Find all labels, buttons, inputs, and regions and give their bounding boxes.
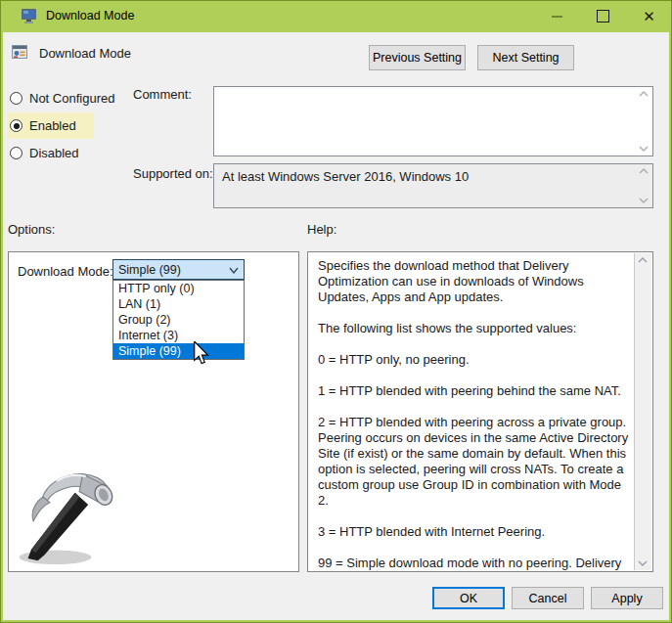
dropdown-item-lan[interactable]: LAN (1)	[113, 296, 244, 312]
supported-scrollbar[interactable]	[636, 164, 652, 207]
radio-disabled[interactable]: Disabled	[10, 146, 79, 160]
help-panel: Specifies the download method that Deliv…	[307, 251, 653, 572]
dropdown-item-http-only[interactable]: HTTP only (0)	[113, 281, 244, 296]
dropdown-item-internet[interactable]: Internet (3)	[113, 328, 244, 343]
scroll-up-icon[interactable]	[639, 168, 649, 174]
download-mode-dropdown-list: HTTP only (0) LAN (1) Group (2) Internet…	[112, 280, 245, 360]
next-setting-button[interactable]: Next Setting	[477, 45, 574, 70]
help-text: Specifies the download method that Deliv…	[309, 253, 635, 570]
setting-title: Download Mode	[39, 46, 131, 61]
radio-label: Enabled	[29, 118, 76, 133]
help-scrollbar[interactable]	[634, 253, 651, 570]
title-bar: Download Mode ✕	[0, 0, 672, 32]
dropdown-item-simple[interactable]: Simple (99)	[113, 343, 244, 359]
scroll-down-icon[interactable]	[638, 560, 648, 566]
policy-setting-icon	[11, 43, 28, 61]
hammer-watermark-image	[14, 458, 123, 569]
radio-circle-icon	[10, 147, 22, 159]
help-section-label: Help:	[307, 222, 336, 237]
radio-circle-selected-icon	[10, 119, 22, 132]
group-policy-monitor-icon	[21, 8, 37, 24]
help-paragraph: 2 = HTTP blended with peering across a p…	[318, 415, 631, 509]
scroll-down-icon[interactable]	[639, 198, 649, 203]
close-icon: ✕	[643, 8, 655, 25]
help-paragraph: 0 = HTTP only, no peering.	[318, 352, 631, 368]
apply-button[interactable]: Apply	[591, 587, 663, 609]
maximize-button[interactable]	[580, 0, 626, 32]
help-paragraph: Specifies the download method that Deliv…	[318, 258, 631, 305]
help-paragraph: 1 = HTTP blended with peering behind the…	[318, 383, 631, 399]
options-section-label: Options:	[8, 222, 55, 237]
supported-on-value: At least Windows Server 2016, Windows 10	[222, 169, 469, 184]
comment-textarea[interactable]	[213, 86, 653, 156]
comment-label: Comment:	[133, 87, 192, 102]
maximize-icon	[597, 10, 609, 22]
radio-circle-icon	[10, 92, 22, 105]
radio-label: Disabled	[29, 146, 79, 160]
cancel-button[interactable]: Cancel	[512, 587, 584, 609]
help-paragraph: The following list shows the supported v…	[318, 321, 631, 336]
supported-on-box: At least Windows Server 2016, Windows 10	[213, 163, 653, 208]
ok-button[interactable]: OK	[432, 587, 505, 609]
chevron-down-icon	[229, 267, 239, 274]
minimize-button[interactable]	[534, 0, 580, 32]
combobox-value: Simple (99)	[118, 263, 181, 277]
supported-on-label: Supported on:	[133, 166, 213, 181]
help-paragraph: 99 = Simple download mode with no peerin…	[318, 556, 631, 570]
download-mode-combobox[interactable]: Simple (99)	[112, 259, 245, 280]
window-title: Download Mode	[46, 9, 134, 22]
radio-label: Not Configured	[29, 91, 114, 106]
help-paragraph: 3 = HTTP blended with Internet Peering.	[318, 524, 631, 540]
scroll-up-icon[interactable]	[638, 257, 648, 263]
previous-setting-button[interactable]: Previous Setting	[369, 45, 466, 70]
comment-scrollbar[interactable]	[636, 87, 652, 156]
scroll-down-icon[interactable]	[639, 146, 649, 152]
radio-enabled[interactable]: Enabled	[10, 118, 76, 133]
radio-not-configured[interactable]: Not Configured	[10, 91, 114, 106]
close-button[interactable]: ✕	[626, 0, 672, 32]
download-mode-dialog: Download Mode ✕ Download Mode Previous S…	[0, 0, 672, 623]
download-mode-label: Download Mode:	[18, 264, 113, 279]
minimize-icon	[552, 16, 562, 18]
scroll-up-icon[interactable]	[639, 91, 649, 97]
dropdown-item-group[interactable]: Group (2)	[113, 312, 244, 328]
mouse-cursor-icon	[191, 341, 210, 365]
